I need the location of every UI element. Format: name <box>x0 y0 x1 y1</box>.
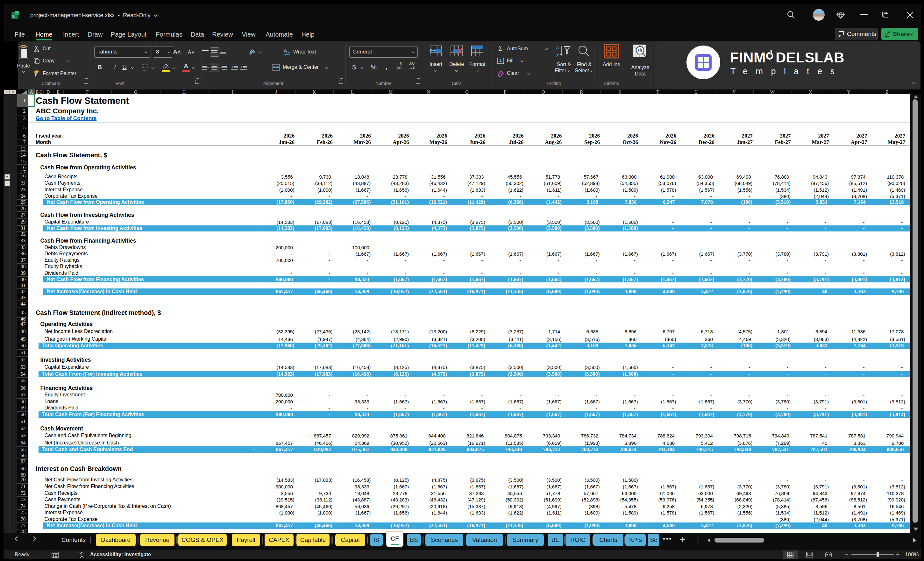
svg-text:Z: Z <box>556 53 559 58</box>
svg-text:ab: ab <box>284 49 287 52</box>
svg-text:A: A <box>556 45 559 50</box>
